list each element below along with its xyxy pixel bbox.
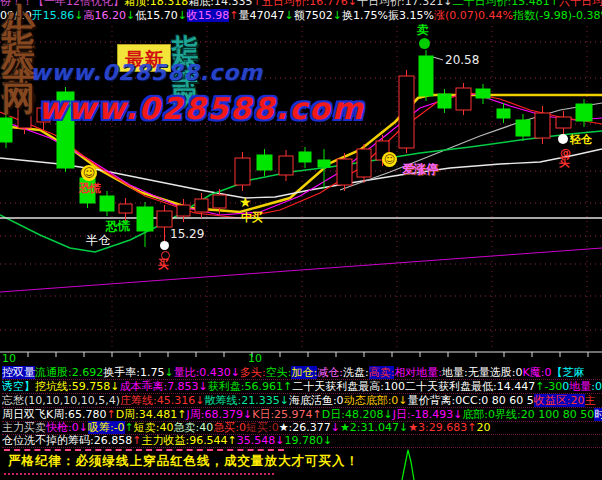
candle — [299, 152, 311, 162]
candle — [576, 104, 592, 121]
candle — [376, 141, 389, 160]
candle — [18, 104, 31, 128]
row-chips: 忘愁(10,10,10,10,5,4) 庄筹线:45.316↓散筹线:21.33… — [2, 394, 602, 408]
stock-chart-window: 份！！【一年12倍优化】箱顶:18.318 箱底:14.335↑五日均价:16.… — [0, 0, 602, 480]
text-segment: 【芝麻 — [551, 366, 584, 379]
text-segment: 控双量 — [2, 366, 35, 379]
candle — [318, 160, 330, 167]
candle — [279, 156, 293, 175]
text-segment: K日:25.974↑ — [252, 408, 322, 421]
text-segment: 忘愁(10,10,10,10,5,4) — [2, 394, 120, 407]
text-segment: ↓ — [126, 9, 135, 22]
text-segment: 低15.70 — [135, 9, 178, 22]
candle — [0, 118, 12, 142]
separator-dashed — [4, 449, 284, 451]
text-segment: 量47047 — [239, 9, 285, 22]
candlestick-chart[interactable]: 1010 — [0, 0, 602, 364]
text-segment: ↓ — [178, 9, 187, 22]
text-segment: ↑ — [535, 380, 544, 393]
text-segment: 换1.75% — [342, 9, 388, 22]
text-segment: 地量: — [442, 366, 468, 379]
text-segment: ↓ — [74, 9, 83, 22]
text-segment: 多头: — [240, 366, 266, 379]
candle — [438, 94, 451, 108]
text-segment: 振3.15% — [388, 9, 434, 22]
text-segment: ★2:31.047↓ — [340, 421, 408, 434]
text-segment: 成本乖离:7.853↓ — [119, 380, 207, 393]
text-segment: 主力收益:96.544↑ — [141, 434, 236, 447]
text-segment: 海底活鱼:0 — [289, 394, 344, 407]
text-segment: 急买:0 — [213, 421, 246, 434]
text-segment: 短卖:40 — [134, 421, 174, 434]
text-segment: D周:34.481↑ — [116, 408, 187, 421]
text-segment: 六十日均价:1 — [559, 0, 602, 8]
text-segment: 界线:20 100 80 50 — [495, 408, 594, 421]
text-segment: 份！！【一年12倍优化】 — [0, 0, 124, 8]
text-segment: 主 — [585, 394, 596, 407]
text-segment: 箱顶:18.318 — [124, 0, 188, 8]
text-segment: 十日均价:17.321↓ — [357, 0, 452, 8]
row-pit-line: 诱空】挖坑线:59.758↓成本乖离:7.853↓获利盘:56.961↑二十天获… — [2, 380, 602, 394]
text-segment: 涨(0.07)0.44% — [434, 9, 513, 22]
text-segment: 指数(-9.98)-0.38% — [513, 9, 602, 22]
text-segment: 量价背离:0 — [408, 394, 463, 407]
candle — [100, 196, 114, 211]
text-segment: 主力买卖 — [2, 421, 46, 434]
trend-magenta — [0, 248, 602, 292]
text-segment: 收益区:20 — [534, 394, 585, 407]
text-segment: 20 — [477, 421, 491, 434]
text-segment: ↓ — [285, 9, 294, 22]
candle — [399, 76, 414, 148]
text-segment: 获利盘:56.961↑ — [208, 380, 292, 393]
candle — [456, 88, 471, 110]
text-segment: 无量选股:0 — [468, 366, 523, 379]
text-segment: 换手率:1.75 — [103, 366, 164, 379]
text-segment: 19.780↓ — [285, 434, 333, 447]
row-main-force: 主力买卖 快枪:0↓吸筹:-0↑短卖:40 急卖:40 急买:0 短买:0 ★:… — [2, 421, 602, 435]
text-segment: ↓ — [164, 366, 173, 379]
candle — [119, 204, 132, 213]
text-segment: :0 — [591, 380, 602, 393]
separator-dotted — [4, 473, 274, 475]
text-segment: 高卖: — [369, 366, 395, 379]
text-segment: ↓ — [331, 421, 340, 434]
text-segment: ↓ — [333, 9, 342, 22]
text-segment: 箱底:14.335 — [188, 0, 252, 8]
stats-row-2: 09/20 开15.86↓高16.20↓低15.70↓收15.98↑量47047… — [0, 9, 602, 22]
axis-label: 10 — [248, 352, 262, 364]
text-segment: 量比:0.430 — [174, 366, 231, 379]
row-volume-control: 控双量 流通股:2.692 换手率:1.75↓量比:0.430↓多头:空头:加仓… — [2, 366, 602, 380]
peak-leader — [433, 57, 443, 60]
candle — [157, 211, 172, 227]
text-segment: 二十日均价:15.481↑ — [452, 0, 558, 8]
text-segment: 加仓: — [291, 366, 317, 379]
text-segment: 额7502 — [294, 9, 333, 22]
text-segment: 庄筹线:45.316↓ — [120, 394, 204, 407]
candle — [516, 120, 530, 136]
candle — [337, 159, 352, 185]
text-segment: 洗盘: — [343, 366, 369, 379]
text-segment: ↓ — [231, 366, 240, 379]
candle — [556, 117, 571, 128]
candle — [37, 108, 50, 122]
candle — [177, 205, 190, 216]
text-segment: 动态底部:0↓ — [344, 394, 408, 407]
candle — [235, 158, 250, 185]
text-segment: ↑ — [252, 0, 261, 8]
candle — [357, 149, 371, 177]
candle — [476, 89, 490, 98]
text-segment: 洗不掉的筹码:26.858 — [24, 434, 132, 447]
text-segment: 散筹线:21.335↓ — [204, 394, 288, 407]
candle — [419, 56, 433, 96]
text-segment: 相对地量: — [394, 366, 442, 379]
text-segment: D日:48.208↓ — [322, 408, 393, 421]
text-segment: ★:26.377 — [279, 421, 331, 434]
text-segment: 高16.20 — [83, 9, 126, 22]
text-segment: 诱空】 — [2, 380, 35, 393]
text-segment: 09/20 — [0, 9, 32, 22]
text-segment: K周:65.780 — [46, 408, 106, 421]
text-segment: ↑ — [229, 9, 238, 22]
text-segment: 空头: — [266, 366, 292, 379]
candle — [195, 199, 208, 212]
text-segment: 五日均价:16.776↓ — [262, 0, 357, 8]
